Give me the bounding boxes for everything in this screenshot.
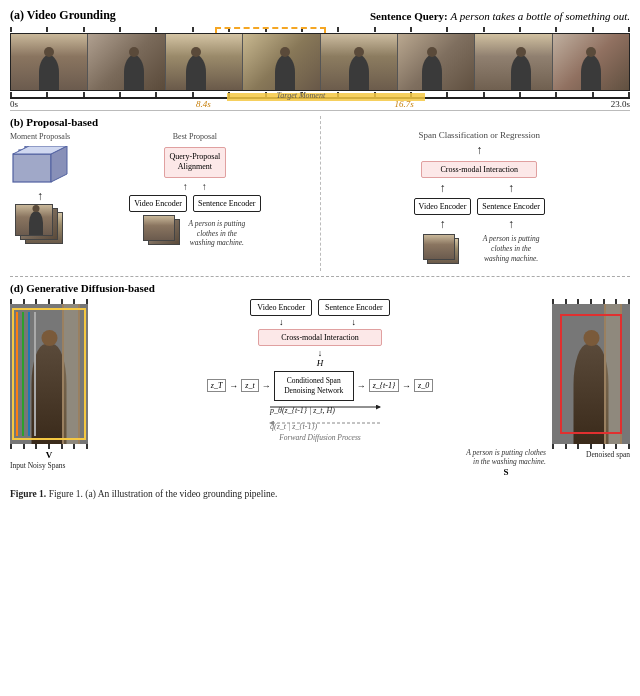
divider-a-b	[10, 110, 630, 111]
video-frame-3	[166, 34, 243, 90]
b-video-stack-2	[143, 215, 181, 249]
video-strip-container	[10, 27, 630, 89]
arrow-down-1: ↑	[37, 190, 43, 202]
time-end: 23.0s	[611, 99, 630, 109]
denoised-span-box	[560, 314, 622, 434]
section-d: (d) Generative Diffusion-based	[10, 282, 630, 477]
arrow-right-4: →	[402, 381, 411, 391]
video-frame-4	[243, 34, 320, 90]
curved-arrows-svg: p_θ(z_{t-1} | z_t, H) q(z_t | z_{t-1})	[92, 403, 548, 431]
d-sentence-encoder: Sentence Encoder	[318, 299, 390, 316]
video-frame-5	[321, 34, 398, 90]
alignment-row: Query-ProposalAlignment	[164, 147, 227, 178]
video-encoder-right: Video Encoder	[414, 198, 472, 215]
span-arrow-up: ↑	[329, 143, 631, 158]
right-large-frame-content	[552, 304, 630, 444]
z-0-label: z_0	[414, 379, 433, 392]
z-T-col: z_T	[207, 379, 227, 392]
b-video-stack	[15, 204, 65, 246]
d-encoders-row: Video Encoder ↓ Sentence Encoder ↓	[250, 299, 389, 327]
arrow-up-sentence: ↑	[202, 181, 207, 192]
encoders-row-right: ↑ Video Encoder ↑ ↑ Sentence Encoder ↑ A…	[329, 181, 631, 266]
encoder-arrows-row: ↑ ↑	[183, 181, 207, 192]
proposal-3d-svg	[11, 146, 69, 188]
left-large-frame-wrapper: V Input Noisy Spans	[10, 299, 88, 470]
span-class-label: Span Classification or Regression	[329, 130, 631, 140]
video-encoder-left: Video Encoder	[129, 195, 187, 212]
time-mid: 8.4s	[196, 99, 211, 109]
right-teeth-bottom	[552, 444, 630, 449]
forward-diffusion-label: Forward Diffusion Process	[279, 433, 361, 442]
b-frame-front	[15, 204, 53, 236]
z-T-label: z_T	[207, 379, 227, 392]
query-proposal-box: Query-ProposalAlignment	[164, 147, 227, 178]
sentence-query-label: Sentence Query: A person takes a bottle …	[370, 10, 630, 22]
section-a-title: (a) Video Grounding	[10, 8, 116, 23]
arrow-down-ve: ↓	[279, 317, 284, 327]
video-frame-8	[553, 34, 629, 90]
left-teeth-bottom	[10, 444, 88, 449]
s-label: S	[466, 467, 546, 477]
center-diagram: Video Encoder ↓ Sentence Encoder ↓ Cross…	[92, 299, 548, 477]
cross-modal-row: Cross-modal Interaction	[329, 161, 631, 178]
svg-rect-2	[13, 154, 51, 182]
cross-modal-box: Cross-modal Interaction	[421, 161, 537, 178]
d-sentence-caption: A person is putting clothes in the washi…	[466, 444, 546, 478]
video-frame-1	[11, 34, 88, 90]
timeline-bar: 0s 8.4s Target Moment 16.7s 23.0s	[10, 91, 630, 105]
target-moment-label: Target Moment	[277, 91, 326, 100]
z-t-in-label: z_t	[241, 379, 258, 392]
sentence-query-container: Sentence Query: A person takes a bottle …	[370, 6, 630, 24]
arrow-right-1: →	[229, 381, 238, 391]
z-t-out-label: z_{t-1}	[369, 379, 399, 392]
divider-b-d	[10, 276, 630, 277]
left-large-frame-content	[10, 304, 88, 444]
figure-caption-text: Figure 1. Figure 1. (a) An illustration …	[10, 489, 277, 499]
b-video-stack-3	[423, 234, 461, 266]
b3-front	[423, 234, 455, 260]
proposal-3d	[11, 146, 69, 188]
video-frame-7	[475, 34, 552, 90]
v-label: V	[10, 450, 88, 460]
arrow-down-h: ↓	[318, 348, 323, 358]
right-large-frame-wrapper: Denoised span	[552, 299, 630, 459]
video-frame-6	[398, 34, 475, 90]
left-diagram-right: Best Proposal Query-ProposalAlignment ↑ …	[78, 132, 311, 249]
conditioned-span-box: Conditioned Span Denoising Network	[274, 371, 354, 401]
b2-front	[143, 215, 175, 241]
section-b-label: (b) Proposal-based	[10, 116, 312, 128]
h-arrow-group: ↓ H	[317, 348, 324, 368]
caption-left: A person is putting clothes in the washi…	[187, 219, 247, 248]
moment-proposals-label: Moment Proposals	[10, 132, 70, 141]
time-start: 0s	[10, 99, 18, 109]
sentence-encoder-right: Sentence Encoder	[477, 198, 545, 215]
pq-arrows: p_θ(z_{t-1} | z_t, H) q(z_t | z_{t-1})	[92, 403, 548, 431]
arrow-down-se: ↓	[352, 317, 357, 327]
best-proposal-label: Best Proposal	[173, 132, 217, 141]
arrow-right-2: →	[262, 381, 271, 391]
d-video-encoder: Video Encoder	[250, 299, 312, 316]
video-stack-col: Moment Proposals ↑	[10, 132, 70, 246]
d-sentence-enc-col: Sentence Encoder ↓	[318, 299, 390, 327]
z-chain-row: z_T → z_t → Conditioned Span Denoising N…	[207, 371, 433, 401]
time-end-mid: 16.7s	[394, 99, 413, 109]
section-d-label: (d) Generative Diffusion-based	[10, 282, 630, 294]
caption-right: A person is putting clothes in the washi…	[480, 234, 542, 263]
input-noisy-label: Input Noisy Spans	[10, 461, 88, 470]
figure-caption: Figure 1. Figure 1. (a) An illustration …	[10, 483, 630, 501]
section-a-header: (a) Video Grounding Sentence Query: A pe…	[10, 6, 630, 24]
section-b: (b) Proposal-based Moment Proposals	[10, 116, 630, 271]
section-d-main: V Input Noisy Spans Video Encoder ↓ Sent…	[10, 299, 630, 477]
d-cross-modal: Cross-modal Interaction	[258, 329, 382, 346]
video-strip	[10, 33, 630, 91]
arrow-up-video: ↑	[183, 181, 188, 192]
yellow-border-left	[12, 308, 86, 440]
sentence-encoder-left: Sentence Encoder	[193, 195, 261, 212]
h-label: H	[317, 358, 324, 368]
video-frame-2	[88, 34, 165, 90]
d-video-enc-col: Video Encoder ↓	[250, 299, 312, 327]
section-b-left: (b) Proposal-based Moment Proposals	[10, 116, 321, 271]
section-b-right: Span Classification or Regression ↑ Cros…	[321, 116, 631, 271]
bottom-inputs-row: A person is putting clothes in the washi…	[143, 215, 247, 249]
arrow-right-3: →	[357, 381, 366, 391]
